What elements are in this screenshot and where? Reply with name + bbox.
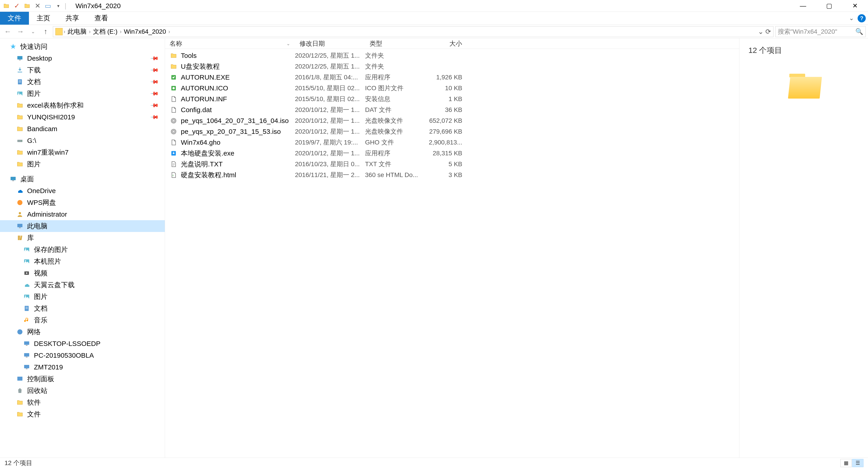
sidebar-item[interactable]: 图片 [0,291,165,303]
new-folder-icon[interactable] [23,2,31,10]
ribbon-tab-home[interactable]: 主页 [29,12,58,25]
sidebar-item-label: 音乐 [34,316,48,325]
file-row[interactable]: pe_yqs_1064_20_07_31_16_04.iso2020/10/12… [165,115,739,126]
close-button[interactable]: ✕ [842,0,868,12]
sidebar-item[interactable]: 音乐 [0,314,165,326]
address-dropdown-icon[interactable]: ⌄ [758,28,764,35]
minimize-button[interactable]: — [790,0,816,12]
file-date: 2016/1/8, 星期五 04:... [295,73,365,82]
sidebar-item[interactable]: 此电脑 [0,220,165,232]
sidebar-item[interactable]: 图片📌 [0,88,165,99]
sidebar-item-label: Administrator [27,211,67,218]
onedrive-icon [16,187,24,195]
svg-rect-33 [24,353,29,356]
cloud-icon [23,281,31,289]
file-row[interactable]: Win7x64.gho2019/9/7, 星期六 19:...GHO 文件2,9… [165,137,739,148]
chevron-right-icon[interactable]: › [64,29,65,35]
help-icon[interactable]: ? [858,14,866,22]
sidebar-item[interactable]: DESKTOP-LSSOEDP [0,338,165,349]
ribbon-tab-file[interactable]: 文件 [0,12,29,25]
file-row[interactable]: AUTORUN.ICO2015/5/10, 星期日 02...ICO 图片文件1… [165,83,739,94]
column-size[interactable]: 大小 [426,39,467,48]
file-rows[interactable]: Tools2020/12/25, 星期五 1...文件夹U盘安装教程2020/1… [165,49,739,458]
sidebar-network[interactable]: 网络 [0,326,165,338]
sidebar-item[interactable]: 视频 [0,267,165,279]
pin-icon: 📌 [150,65,159,74]
search-input[interactable]: 搜索"Win7x64_2020" 🔍 [775,26,866,37]
sidebar-item[interactable]: 图片 [0,158,165,170]
file-row[interactable]: AUTORUN.INF2015/5/10, 星期日 02...安装信息1 KB [165,94,739,104]
sidebar-item[interactable]: 文档 [0,303,165,314]
chevron-right-icon[interactable]: › [120,29,122,35]
rename-icon[interactable]: ▭ [44,2,52,10]
properties-icon[interactable]: ✓ [13,2,21,10]
pc-icon [16,222,24,230]
ribbon-tab-view[interactable]: 查看 [87,12,116,25]
details-title: 12 个项目 [748,45,859,56]
sidebar-item[interactable]: 库 [0,232,165,244]
sidebar-item[interactable]: WPS网盘 [0,197,165,209]
pc-icon [23,340,31,348]
up-button[interactable]: ↑ [40,26,51,37]
sidebar-item[interactable]: 本机照片 [0,255,165,267]
ribbon-tab-share[interactable]: 共享 [58,12,87,25]
pin-icon: 📌 [150,77,159,86]
sidebar-item[interactable]: 保存的图片 [0,244,165,255]
sidebar-software[interactable]: 软件 [0,397,165,408]
sidebar-desktop[interactable]: 桌面 [0,173,165,185]
sidebar-files[interactable]: 文件 [0,408,165,420]
file-row[interactable]: U盘安装教程2020/12/25, 星期五 1...文件夹 [165,61,739,72]
pin-icon: 📌 [150,54,159,63]
chevron-right-icon[interactable]: › [168,29,170,35]
sidebar-item[interactable]: 下载📌 [0,64,165,76]
chevron-right-icon[interactable]: › [89,29,91,35]
ribbon-expand-icon[interactable]: ⌄ [849,15,854,22]
refresh-icon[interactable]: ⟳ [765,28,771,35]
navigation-pane[interactable]: 快速访问 Desktop📌下载📌文档📌图片📌excel表格制作求和📌YUNQIS… [0,38,165,458]
recent-dropdown[interactable]: ⌄ [28,26,38,37]
file-row[interactable]: 光盘说明.TXT2016/10/23, 星期日 0...TXT 文件5 KB [165,159,739,169]
file-row[interactable]: Tools2020/12/25, 星期五 1...文件夹 [165,50,739,61]
sidebar-item[interactable]: G:\ [0,135,165,147]
svg-rect-32 [26,345,28,346]
qat-dropdown-icon[interactable]: ▾ [54,2,62,10]
column-name[interactable]: 名称 ⌄ [165,39,295,48]
back-button[interactable]: ← [2,26,13,37]
breadcrumb[interactable]: › 此电脑 › 文档 (E:) › Win7x64_2020 › ⌄ ⟳ [53,26,774,37]
column-type[interactable]: 类型 [365,39,426,48]
file-row[interactable]: e硬盘安装教程.html2016/11/21, 星期一 2...360 se H… [165,169,739,180]
file-row[interactable]: Config.dat2020/10/12, 星期一 1...DAT 文件36 K… [165,104,739,115]
sidebar-item[interactable]: PC-20190530OBLA [0,349,165,361]
search-icon[interactable]: 🔍 [855,28,863,35]
maximize-button[interactable]: ▢ [816,0,842,12]
sidebar-item[interactable]: excel表格制作求和📌 [0,99,165,111]
view-large-icons-button[interactable]: ▦ [840,459,852,467]
sidebar-item[interactable]: Bandicam [0,123,165,135]
sidebar-item[interactable]: Administrator [0,209,165,220]
sidebar-item[interactable]: OneDrive [0,185,165,197]
sidebar-item[interactable]: ZMT2019 [0,361,165,373]
delete-icon[interactable]: ✕ [33,2,41,10]
file-type: TXT 文件 [365,160,426,168]
sidebar-item-label: 文档 [34,304,48,313]
forward-button[interactable]: → [15,26,26,37]
file-row[interactable]: 本地硬盘安装.exe2020/10/12, 星期一 1...应用程序28,315… [165,148,739,159]
disc-icon [169,117,178,125]
file-row[interactable]: AUTORUN.EXE2016/1/8, 星期五 04:...应用程序1,926… [165,72,739,83]
file-row[interactable]: pe_yqs_xp_20_07_31_15_53.iso2020/10/12, … [165,126,739,137]
view-details-button[interactable]: ☰ [852,459,864,467]
sidebar-item[interactable]: Desktop📌 [0,53,165,64]
recycle-icon [16,386,24,395]
breadcrumb-seg-folder[interactable]: Win7x64_2020 [123,28,167,35]
breadcrumb-seg-drive[interactable]: 文档 (E:) [92,27,119,36]
sidebar-item[interactable]: YUNQISHI2019📌 [0,111,165,123]
sidebar-quick-access[interactable]: 快速访问 [0,41,165,53]
sidebar-item[interactable]: win7重装win7 [0,147,165,158]
sidebar-item[interactable]: 文档📌 [0,76,165,88]
breadcrumb-seg-pc[interactable]: 此电脑 [66,27,88,36]
sidebar-control-panel[interactable]: 控制面板 [0,373,165,385]
column-date[interactable]: 修改日期 [295,39,365,48]
sidebar-recycle-bin[interactable]: 回收站 [0,385,165,397]
svg-rect-10 [11,177,16,180]
sidebar-item[interactable]: 天翼云盘下载 [0,279,165,291]
